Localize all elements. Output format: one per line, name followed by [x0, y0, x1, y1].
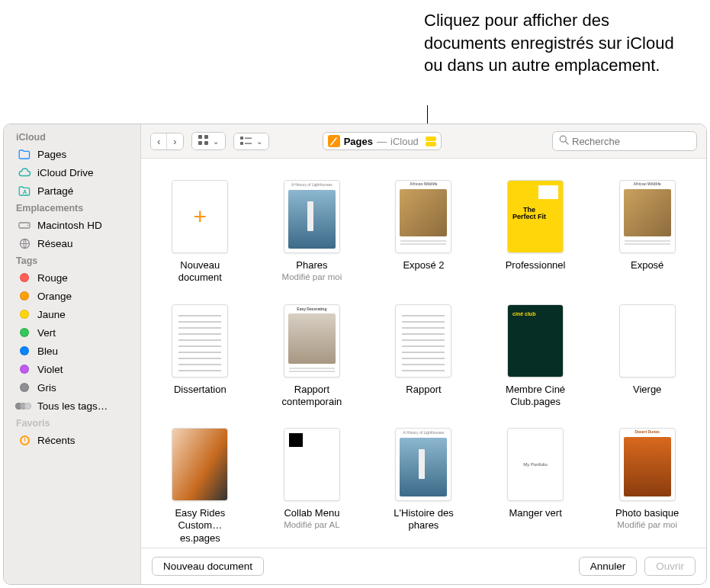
document-title: Photo basique	[615, 507, 679, 519]
chevron-down-icon: ⌄	[256, 137, 262, 146]
folder-icon	[18, 147, 31, 161]
svg-rect-10	[240, 142, 243, 145]
dialog-footer: Nouveau document Annuler Ouvrir	[141, 548, 706, 584]
search-input[interactable]	[572, 136, 700, 147]
document-item[interactable]: Rapport	[383, 304, 464, 409]
new-document-button[interactable]: Nouveau document	[152, 557, 264, 576]
hdd-icon	[18, 218, 31, 232]
sidebar-item-label: Récents	[37, 435, 75, 446]
sidebar-item-label: Rouge	[37, 272, 68, 284]
document-item[interactable]: +Nouveau document	[159, 180, 241, 284]
pages-app-icon	[328, 135, 340, 147]
document-title: Easy Rides Custom…es.pages	[159, 507, 241, 545]
callout-text: Cliquez pour afficher des documents enre…	[424, 9, 683, 77]
document-title: Rapport	[406, 384, 441, 396]
document-item[interactable]: African WildlifeExposé	[606, 180, 688, 284]
document-item[interactable]: Vierge	[606, 304, 688, 409]
sidebar-item-label: Orange	[37, 291, 72, 302]
document-title: Membre Ciné Club.pages	[495, 384, 577, 409]
sidebar-tag-orange[interactable]: Orange	[4, 287, 140, 305]
icon-view-button[interactable]: ⌄	[192, 133, 225, 149]
document-item[interactable]: A History of LighthousesL'Histoire des p…	[383, 428, 464, 545]
sidebar-item-label: Réseau	[37, 238, 73, 249]
sidebar-item-recents[interactable]: Récents	[4, 431, 140, 449]
shared-folder-icon	[18, 184, 31, 198]
tag-dot-icon	[18, 362, 31, 376]
svg-rect-6	[198, 141, 202, 145]
recents-clock-icon	[18, 433, 31, 447]
open-dialog-window: iCloud Pages iCloud Drive Partagé Emplac…	[3, 124, 707, 585]
sidebar: iCloud Pages iCloud Drive Partagé Emplac…	[4, 124, 141, 584]
chevron-right-icon: ›	[173, 136, 176, 147]
sidebar-item-shared[interactable]: Partagé	[4, 182, 140, 200]
search-icon	[559, 134, 569, 148]
sidebar-item-network[interactable]: Réseau	[4, 234, 140, 252]
document-item[interactable]: Dissertation	[159, 304, 241, 409]
sidebar-item-label: Partagé	[37, 185, 73, 197]
sidebar-item-label: Tous les tags…	[37, 400, 108, 412]
open-button[interactable]: Ouvrir	[644, 557, 696, 576]
document-title: Dissertation	[174, 384, 226, 396]
location-separator: —	[377, 136, 387, 147]
sidebar-item-label: Bleu	[37, 345, 58, 357]
sidebar-header-favoris: Favoris	[4, 415, 140, 431]
all-tags-icon	[18, 399, 31, 413]
sidebar-tag-all[interactable]: Tous les tags…	[4, 397, 140, 415]
svg-line-13	[566, 142, 569, 145]
sidebar-item-macintoshhd[interactable]: Macintosh HD	[4, 216, 140, 234]
main-pane: ‹ › ⌄ ⌄ Pages — iC	[141, 124, 706, 584]
document-subtitle: Modifié par AL	[284, 520, 340, 529]
sidebar-tag-jaune[interactable]: Jaune	[4, 305, 140, 323]
group-button[interactable]: ⌄	[234, 133, 268, 149]
sidebar-tag-gris[interactable]: Gris	[4, 378, 140, 397]
tag-dot-icon	[18, 344, 31, 358]
search-field[interactable]	[552, 131, 697, 151]
document-subtitle: Modifié par moi	[282, 272, 342, 281]
tag-dot-icon	[18, 326, 31, 339]
sidebar-tag-violet[interactable]: Violet	[4, 360, 140, 378]
document-title: L'Histoire des phares	[383, 507, 464, 532]
toolbar: ‹ › ⌄ ⌄ Pages — iC	[141, 124, 706, 159]
svg-point-0	[24, 190, 25, 191]
document-title: Professionnel	[506, 259, 566, 272]
document-item[interactable]: Easy DecoratingRapport contemporain	[271, 304, 353, 409]
document-item[interactable]: Desert DunesPhoto basiqueModifié par moi	[606, 428, 688, 545]
grid-icon	[198, 135, 208, 147]
sidebar-item-label: Jaune	[37, 309, 66, 320]
sidebar-item-iclouddrive[interactable]: iCloud Drive	[4, 163, 140, 182]
svg-point-2	[27, 225, 29, 227]
updown-stepper-icon	[426, 137, 436, 146]
document-item[interactable]: My PortfolioManger vert	[495, 428, 577, 545]
document-item[interactable]: ciné clubMembre Ciné Club.pages	[495, 304, 577, 409]
sidebar-item-label: Macintosh HD	[37, 220, 102, 231]
sidebar-tag-rouge[interactable]: Rouge	[4, 268, 140, 287]
cancel-button[interactable]: Annuler	[579, 557, 638, 576]
location-store-label: iCloud	[390, 136, 419, 147]
document-item[interactable]: Easy Rides Custom…es.pages	[159, 428, 241, 545]
tag-dot-icon	[18, 381, 31, 394]
sidebar-tag-vert[interactable]: Vert	[4, 323, 140, 342]
sidebar-tag-bleu[interactable]: Bleu	[4, 342, 140, 360]
back-button[interactable]: ‹	[151, 133, 166, 149]
location-popup[interactable]: Pages — iCloud	[323, 132, 442, 150]
document-item[interactable]: Collab MenuModifié par AL	[271, 428, 353, 545]
document-title: Nouveau document	[159, 259, 241, 284]
document-title: Exposé	[631, 259, 663, 272]
svg-rect-5	[204, 135, 208, 139]
sidebar-item-pages[interactable]: Pages	[4, 145, 140, 163]
sidebar-header-tags: Tags	[4, 252, 140, 268]
document-title: Exposé 2	[403, 259, 444, 272]
sidebar-item-label: Violet	[37, 364, 63, 375]
globe-icon	[18, 236, 31, 250]
document-item[interactable]: African WildlifeExposé 2	[383, 180, 464, 284]
document-title: Manger vert	[509, 507, 561, 519]
document-item[interactable]: A History of LighthousesPharesModifié pa…	[271, 180, 353, 284]
forward-button[interactable]: ›	[166, 133, 182, 149]
document-item[interactable]: ThePerfect FitProfessionnel	[495, 180, 577, 284]
svg-rect-4	[198, 135, 202, 139]
svg-rect-9	[245, 137, 252, 138]
documents-grid: +Nouveau documentA History of Lighthouse…	[141, 159, 706, 548]
group-icon	[240, 136, 252, 147]
sidebar-header-icloud: iCloud	[4, 129, 140, 145]
svg-rect-8	[240, 137, 243, 140]
